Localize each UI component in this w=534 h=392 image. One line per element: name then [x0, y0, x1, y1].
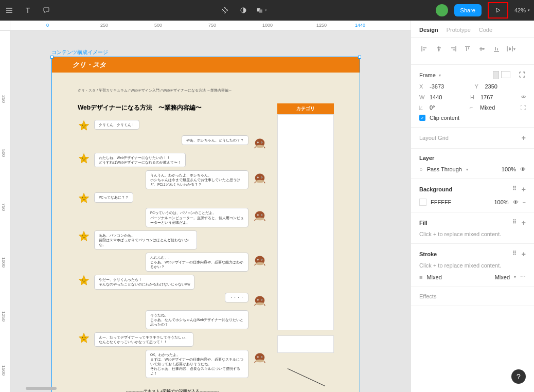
- user-avatar[interactable]: [436, 4, 448, 16]
- add-stroke-icon[interactable]: +: [522, 250, 526, 258]
- svg-point-17: [258, 177, 258, 178]
- stroke-advanced-icon[interactable]: ⋯: [520, 274, 526, 280]
- chat-bubble: やだー、クリくんったら！ そんなのやったことないのにわかるわけないじゃないww: [94, 275, 194, 289]
- components-icon[interactable]: [220, 5, 230, 15]
- svg-point-19: [82, 198, 83, 199]
- frame-type-select[interactable]: Frame▾: [419, 72, 441, 78]
- tab-prototype[interactable]: Prototype: [447, 27, 471, 33]
- svg-point-50: [85, 337, 86, 338]
- mask-icon[interactable]: [238, 5, 248, 15]
- chat-row: やあ、ホシちゃん。どうしたの？？: [78, 135, 267, 150]
- portrait-icon[interactable]: [493, 71, 499, 79]
- svg-point-18: [261, 177, 262, 178]
- site-logo: クリ・スタ: [73, 60, 106, 69]
- chestnut-icon: [253, 293, 267, 307]
- align-right-icon[interactable]: [448, 44, 458, 54]
- chat-bubble: えー、だってデザイナーってキラキラしてそうだしぃ、 なんとなくかっこいいかなって…: [94, 332, 193, 347]
- rotation-value[interactable]: 0°: [430, 104, 466, 111]
- help-button[interactable]: ?: [511, 369, 526, 384]
- constrain-icon[interactable]: ⚮: [521, 94, 526, 100]
- remove-bg-icon[interactable]: −: [523, 199, 526, 205]
- bg-visibility-icon[interactable]: 👁: [513, 199, 519, 205]
- menu-icon[interactable]: [4, 5, 14, 15]
- svg-point-4: [85, 125, 86, 126]
- frame-name-label[interactable]: コンテンツ構成イメージ: [51, 49, 108, 56]
- boolean-icon[interactable]: ▾: [257, 5, 267, 15]
- tab-design[interactable]: Design: [419, 27, 438, 33]
- chat-bubble: PCってなあに？？: [94, 192, 133, 202]
- y-label: Y: [475, 83, 481, 90]
- svg-point-26: [261, 215, 262, 216]
- stroke-weight-icon: ≡: [419, 274, 422, 280]
- chat-row: えー、だってデザイナーってキラキラしてそうだしぃ、 なんとなくかっこいいかなって…: [78, 332, 267, 347]
- share-button[interactable]: Share: [454, 4, 482, 16]
- align-center-v-icon[interactable]: [477, 44, 487, 54]
- fill-styles-icon[interactable]: ⠿: [512, 219, 517, 227]
- chat-bubble: そうだね。 じゃあ、なんでホシちゃんはWebデザイナーになりたいと思ったの？: [146, 310, 248, 329]
- svg-point-9: [258, 142, 258, 142]
- comment-tool-icon[interactable]: [41, 5, 51, 15]
- stroke-weight-value[interactable]: Mixed: [426, 274, 441, 280]
- align-center-h-icon[interactable]: [434, 44, 444, 54]
- bg-color-value[interactable]: FFFFFF: [431, 199, 451, 205]
- layer-opacity[interactable]: 100%: [502, 166, 516, 172]
- chat-bubble: クリくん、クリくん！: [94, 120, 139, 130]
- svg-point-33: [258, 259, 258, 260]
- chat-bubble: うんうん。わかったよ、ホシちゃん。 ホシちゃんは今まで服屋さんでお仕事していたと…: [146, 170, 248, 189]
- stroke-style-select[interactable]: Mixed: [495, 274, 510, 280]
- clip-content-checkbox[interactable]: ✓: [419, 115, 425, 121]
- distribute-icon[interactable]: ▾: [506, 44, 516, 54]
- bg-styles-icon[interactable]: ⠿: [512, 185, 517, 193]
- align-bottom-icon[interactable]: [491, 44, 502, 54]
- chat-row: クリくん、クリくん！: [78, 120, 267, 132]
- svg-point-11: [82, 158, 83, 159]
- align-left-icon[interactable]: [419, 44, 430, 54]
- add-bg-icon[interactable]: +: [522, 185, 526, 193]
- zoom-control[interactable]: 42%▾: [514, 7, 530, 13]
- resize-handle[interactable]: [50, 56, 54, 59]
- star-icon: [78, 230, 90, 243]
- svg-point-35: [82, 280, 83, 281]
- add-grid-icon[interactable]: +: [522, 134, 526, 142]
- chat-bubble: わたしね、Webデザイナーになりたいの！！ どうすればWebデザイナーになれるの…: [94, 153, 186, 167]
- chat-bubble: やあ、ホシちゃん。どうしたの？？: [182, 135, 248, 145]
- bg-color-swatch[interactable]: [419, 199, 426, 206]
- bg-opacity[interactable]: 100%: [494, 199, 508, 205]
- resize-fit-icon[interactable]: [519, 71, 526, 79]
- stroke-header: Stroke: [419, 251, 437, 257]
- corner-expand-icon[interactable]: ⛶: [520, 104, 526, 111]
- stroke-styles-icon[interactable]: ⠿: [512, 250, 517, 258]
- corner-icon: ⌐: [470, 104, 476, 111]
- svg-point-27: [82, 235, 83, 236]
- x-value[interactable]: -3673: [430, 83, 471, 90]
- star-icon: [78, 192, 90, 205]
- blend-mode-select[interactable]: Pass Through: [427, 166, 462, 172]
- add-fill-icon[interactable]: +: [522, 219, 526, 227]
- h-value[interactable]: 1767: [480, 94, 517, 100]
- w-value[interactable]: 1440: [430, 94, 466, 100]
- blend-mode-icon[interactable]: ○: [419, 166, 423, 172]
- rotation-icon: ⟀: [419, 104, 425, 111]
- play-icon[interactable]: [493, 5, 503, 15]
- design-frame[interactable]: クリ・スタ クリ・スタ / 学習カリキュラム / Webデザイン入門 / Web…: [51, 57, 360, 392]
- star-icon: [78, 153, 90, 165]
- horizontal-scrollbar[interactable]: [26, 387, 57, 390]
- resize-handle[interactable]: [358, 56, 361, 59]
- star-icon: [78, 332, 90, 345]
- tab-code[interactable]: Code: [479, 27, 492, 33]
- ruler-corner: [0, 21, 10, 31]
- align-top-icon[interactable]: [462, 44, 473, 54]
- w-label: W: [419, 94, 425, 100]
- y-value[interactable]: 2350: [485, 83, 526, 90]
- svg-point-14: [256, 180, 264, 183]
- svg-point-25: [258, 215, 258, 216]
- visibility-icon[interactable]: 👁: [520, 166, 526, 172]
- text-tool-icon[interactable]: T: [23, 5, 33, 15]
- svg-point-41: [258, 299, 258, 300]
- properties-panel: Design Prototype Code ▾ Frame▾: [411, 21, 534, 392]
- horizontal-ruler: 0 250 500 750 1000 1250 1440: [10, 21, 411, 31]
- canvas-area[interactable]: 0 250 500 750 1000 1250 1440 250 500 750…: [0, 21, 411, 392]
- landscape-icon[interactable]: [501, 71, 510, 78]
- corner-value[interactable]: Mixed: [480, 104, 516, 111]
- svg-point-22: [256, 218, 264, 221]
